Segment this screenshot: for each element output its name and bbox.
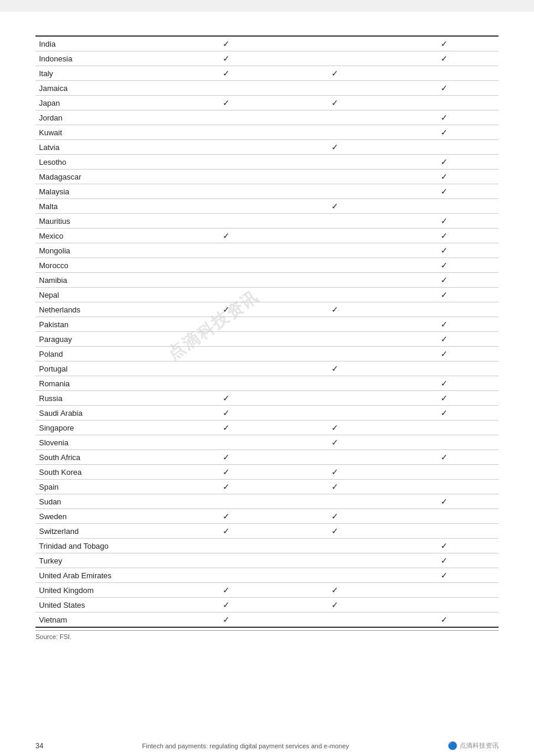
check-cell — [172, 140, 281, 155]
check-cell — [281, 494, 389, 509]
check-cell: ✓ — [390, 347, 499, 361]
check-cell — [172, 170, 281, 184]
table-row: Spain✓✓ — [35, 480, 499, 494]
table-row: Mexico✓✓ — [35, 229, 499, 243]
footer-bar: 34 Fintech and payments: regulating digi… — [35, 741, 499, 750]
check-cell — [172, 243, 281, 258]
checkmark-icon: ✓ — [223, 585, 230, 595]
country-cell: Italy — [35, 66, 172, 81]
checkmark-icon: ✓ — [441, 216, 448, 226]
country-cell: Pakistan — [35, 317, 172, 332]
check-cell — [172, 361, 281, 376]
check-cell: ✓ — [390, 568, 499, 583]
checkmark-icon: ✓ — [223, 467, 230, 477]
check-cell — [281, 243, 389, 258]
checkmark-icon: ✓ — [331, 364, 338, 373]
check-cell — [281, 170, 389, 184]
check-cell: ✓ — [281, 66, 389, 81]
table-row: United Kingdom✓✓ — [35, 583, 499, 598]
check-cell: ✓ — [390, 553, 499, 568]
country-cell: India — [35, 36, 172, 51]
check-cell: ✓ — [390, 332, 499, 347]
country-cell: Jamaica — [35, 81, 172, 96]
table-row: Jordan✓ — [35, 110, 499, 125]
country-cell: South Africa — [35, 450, 172, 465]
table-row: Pakistan✓ — [35, 317, 499, 332]
country-cell: Malaysia — [35, 184, 172, 199]
data-table: India✓✓Indonesia✓✓Italy✓✓Jamaica✓Japan✓✓… — [35, 35, 499, 628]
check-cell — [172, 184, 281, 199]
check-cell: ✓ — [390, 51, 499, 66]
table-row: Poland✓ — [35, 347, 499, 361]
table-row: Netherlands✓✓ — [35, 302, 499, 317]
checkmark-icon: ✓ — [331, 142, 338, 152]
country-cell: Slovenia — [35, 435, 172, 450]
table-row: Switzerland✓✓ — [35, 524, 499, 539]
check-cell: ✓ — [281, 583, 389, 598]
checkmark-icon: ✓ — [441, 172, 448, 181]
check-cell — [390, 583, 499, 598]
check-cell: ✓ — [390, 184, 499, 199]
table-row: Vietnam✓✓ — [35, 612, 499, 628]
country-cell: Mongolia — [35, 243, 172, 258]
check-cell: ✓ — [390, 376, 499, 391]
checkmark-icon: ✓ — [223, 69, 230, 78]
table-row: Morocco✓ — [35, 258, 499, 273]
logo-icon: 🔵 — [448, 741, 457, 750]
checkmark-icon: ✓ — [441, 128, 448, 137]
check-cell — [390, 302, 499, 317]
checkmark-icon: ✓ — [441, 334, 448, 344]
check-cell — [390, 480, 499, 494]
table-row: South Korea✓✓ — [35, 465, 499, 480]
country-cell: South Korea — [35, 465, 172, 480]
check-cell — [281, 553, 389, 568]
check-cell — [281, 36, 389, 51]
checkmark-icon: ✓ — [441, 231, 448, 240]
table-row: Indonesia✓✓ — [35, 51, 499, 66]
country-cell: Romania — [35, 376, 172, 391]
checkmark-icon: ✓ — [441, 54, 448, 63]
checkmark-icon: ✓ — [223, 98, 230, 107]
checkmark-icon: ✓ — [441, 187, 448, 196]
check-cell — [281, 391, 389, 406]
check-cell — [281, 347, 389, 361]
table-row: Sudan✓ — [35, 494, 499, 509]
check-cell — [390, 421, 499, 435]
country-cell: United States — [35, 598, 172, 612]
checkmark-icon: ✓ — [223, 423, 230, 432]
check-cell: ✓ — [390, 391, 499, 406]
checkmark-icon: ✓ — [223, 526, 230, 536]
check-cell — [172, 553, 281, 568]
check-cell — [281, 51, 389, 66]
checkmark-icon: ✓ — [331, 423, 338, 432]
check-cell: ✓ — [390, 258, 499, 273]
country-cell: Sweden — [35, 509, 172, 524]
checkmark-icon: ✓ — [441, 113, 448, 122]
checkmark-icon: ✓ — [441, 260, 448, 270]
check-cell: ✓ — [390, 36, 499, 51]
table-row: Kuwait✓ — [35, 125, 499, 140]
check-cell: ✓ — [281, 524, 389, 539]
check-cell: ✓ — [281, 361, 389, 376]
country-cell: United Kingdom — [35, 583, 172, 598]
checkmark-icon: ✓ — [331, 201, 338, 211]
check-cell: ✓ — [172, 480, 281, 494]
checkmark-icon: ✓ — [441, 497, 448, 506]
check-cell — [281, 317, 389, 332]
logo-text: 点滴科技资讯 — [460, 741, 499, 750]
check-cell: ✓ — [390, 170, 499, 184]
check-cell: ✓ — [172, 509, 281, 524]
check-cell: ✓ — [390, 214, 499, 229]
check-cell: ✓ — [172, 66, 281, 81]
checkmark-icon: ✓ — [223, 393, 230, 403]
table-container: India✓✓Indonesia✓✓Italy✓✓Jamaica✓Japan✓✓… — [35, 35, 499, 640]
table-row: Portugal✓ — [35, 361, 499, 376]
checkmark-icon: ✓ — [223, 511, 230, 521]
check-cell: ✓ — [172, 391, 281, 406]
check-cell — [281, 288, 389, 302]
checkmark-icon: ✓ — [441, 541, 448, 550]
source-text: Source: FSI. — [35, 630, 499, 640]
checkmark-icon: ✓ — [441, 379, 448, 388]
check-cell: ✓ — [281, 421, 389, 435]
check-cell: ✓ — [390, 155, 499, 170]
